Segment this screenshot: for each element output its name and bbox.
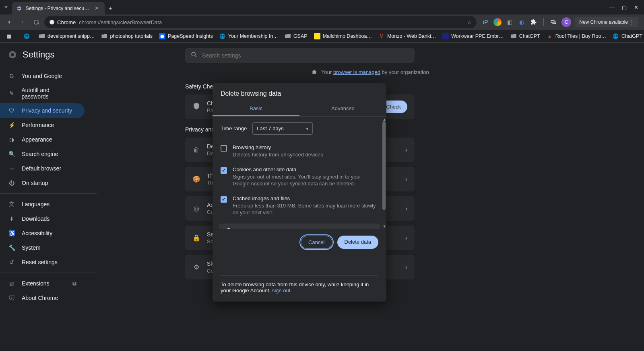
sign-out-link[interactable]: sign out <box>272 287 291 294</box>
browser-toolbar: Chrome chrome://settings/clearBrowserDat… <box>0 14 644 30</box>
globe-icon: 🌐 <box>219 33 226 39</box>
profile-avatar[interactable]: C <box>561 17 571 27</box>
option-description: Signs you out of most sites. You'll stay… <box>233 173 378 187</box>
bookmark-label: ChatGPT <box>519 33 540 39</box>
window-controls: — ▢ ✕ <box>604 0 644 14</box>
bookmark-label: development snipp… <box>47 33 95 39</box>
globe-icon: 🌐 <box>23 33 30 39</box>
google-account-notice: G Search history and other forms of acti… <box>219 224 380 229</box>
chevron-down-icon: ▼ <box>305 126 309 131</box>
bookmark-item[interactable]: Workwear PPE Embr… <box>440 31 506 41</box>
site-icon: ▲ <box>547 33 553 39</box>
bookmark-label: Monzo - Web Banki… <box>387 33 436 39</box>
folder-icon <box>285 33 291 39</box>
bookmark-item[interactable]: 🌐 <box>21 31 35 41</box>
search-history-link[interactable]: Search history <box>237 228 271 229</box>
bookmarks-bar: ▦ 🌐development snipp…photoshop tutorials… <box>0 30 644 43</box>
media-control-icon[interactable] <box>549 18 557 26</box>
checkbox[interactable] <box>221 167 227 174</box>
tab-title: Settings - Privacy and security <box>26 6 90 11</box>
dialog-footer: To delete browsing data from this device… <box>213 276 386 302</box>
tab-basic[interactable]: Basic <box>213 101 299 116</box>
bookmark-label: Workwear PPE Embr… <box>451 33 504 39</box>
ext-icon-2[interactable] <box>493 18 502 26</box>
mailchimp-icon <box>314 33 320 39</box>
checkbox[interactable] <box>221 145 227 152</box>
bookmark-item[interactable]: ⬤PageSpeed Insights <box>157 31 215 41</box>
bookmark-item[interactable]: ChatGPT <box>508 31 543 41</box>
scroll-down-icon[interactable]: ▼ <box>382 224 386 228</box>
bookmark-label: PageSpeed Insights <box>168 33 213 39</box>
titlebar: Settings - Privacy and security ✕ + — ▢ … <box>0 0 644 14</box>
bookmark-item[interactable]: photoshop tutorials <box>99 31 155 41</box>
apps-grid-icon[interactable]: ▦ <box>3 31 14 41</box>
update-chrome-button[interactable]: New Chrome available ⋮ <box>575 17 638 27</box>
delete-browsing-data-dialog: Delete browsing data Basic Advanced ▲ ▼ … <box>213 83 386 302</box>
reload-button[interactable] <box>31 16 42 28</box>
settings-page: Settings GYou and Google✎Autofill and pa… <box>0 43 644 351</box>
bookmark-item[interactable]: MMonzo - Web Banki… <box>376 31 438 41</box>
tab-advanced[interactable]: Advanced <box>299 101 386 116</box>
ext-icon-4[interactable]: ◐ <box>518 18 526 26</box>
window-close[interactable]: ✕ <box>634 4 638 10</box>
bookmark-item[interactable]: Mailchimp Dashboa… <box>312 31 374 41</box>
dialog-scroll-area: ▲ ▼ Time range Last 7 days ▼ Browsing hi… <box>213 117 386 229</box>
site-icon <box>442 33 449 39</box>
window-maximize[interactable]: ▢ <box>622 4 627 10</box>
bookmark-label: GSAP <box>293 33 308 39</box>
checkbox[interactable] <box>221 196 227 203</box>
clear-data-option: Cached images and filesFrees up less tha… <box>213 191 386 220</box>
scrollbar-thumb[interactable] <box>382 121 386 210</box>
dialog-actions: Cancel Delete data <box>213 229 386 255</box>
svg-rect-1 <box>551 21 554 23</box>
time-range-select[interactable]: Last 7 days ▼ <box>252 122 313 135</box>
clear-data-option: Cookies and other site dataSigns you out… <box>213 162 386 191</box>
clear-data-option: Browsing historyDeletes history from all… <box>213 140 386 162</box>
extension-icons: iP ◧ ◐ C New Chrome available ⋮ <box>479 17 641 27</box>
cancel-button[interactable]: Cancel <box>301 236 332 249</box>
bookmark-label: Roof Tiles | Buy Roo… <box>555 33 606 39</box>
window-minimize[interactable]: — <box>609 4 615 10</box>
new-tab-button[interactable]: + <box>105 2 116 14</box>
bookmark-item[interactable]: development snipp… <box>36 31 97 41</box>
tab-search-dropdown[interactable] <box>0 0 12 14</box>
option-description: Frees up less than 319 MB. Some sites ma… <box>233 202 378 216</box>
option-title: Cookies and other site data <box>233 166 378 172</box>
kebab-menu-icon: ⋮ <box>630 19 634 25</box>
forward-button[interactable] <box>17 16 28 28</box>
bookmark-star-icon[interactable]: ☆ <box>467 19 472 25</box>
bookmark-label: Mailchimp Dashboa… <box>323 33 372 39</box>
activity-link[interactable]: other forms of activity <box>283 228 332 229</box>
dialog-tabs: Basic Advanced <box>213 101 386 117</box>
svg-point-0 <box>50 20 54 25</box>
bookmark-item[interactable]: 🌐ChatGPT <box>610 31 644 41</box>
ext-icon-1[interactable]: iP <box>481 18 489 26</box>
browser-tab[interactable]: Settings - Privacy and security ✕ <box>12 2 105 14</box>
delete-data-button[interactable]: Delete data <box>337 236 379 249</box>
back-button[interactable] <box>3 16 14 28</box>
bookmark-label: photoshop tutorials <box>110 33 153 39</box>
bookmark-item[interactable]: 🌐Your Membership In… <box>217 31 281 41</box>
folder-icon <box>101 33 107 39</box>
scrollbar[interactable] <box>382 117 386 229</box>
pagespeed-icon: ⬤ <box>159 33 165 39</box>
ext-icon-3[interactable]: ◧ <box>506 18 514 26</box>
extensions-puzzle-icon[interactable] <box>530 18 538 26</box>
site-chip: Chrome <box>49 19 76 25</box>
time-range-row: Time range Last 7 days ▼ <box>213 117 386 140</box>
google-g-icon: G <box>225 228 233 229</box>
option-description: Deletes history from all synced devices <box>233 151 323 158</box>
folder-icon <box>39 33 45 39</box>
globe-icon: 🌐 <box>613 33 619 39</box>
bookmark-item[interactable]: ▲Roof Tiles | Buy Roo… <box>544 31 609 41</box>
settings-favicon-icon <box>16 5 23 12</box>
bookmark-item[interactable]: GSAP <box>282 31 310 41</box>
time-range-label: Time range <box>221 125 247 131</box>
url-text: chrome://settings/clearBrowserData <box>79 19 162 25</box>
monzo-icon: M <box>378 33 385 39</box>
address-bar[interactable]: Chrome chrome://settings/clearBrowserDat… <box>44 16 477 28</box>
tab-close-icon[interactable]: ✕ <box>93 5 101 11</box>
bookmark-label: Your Membership In… <box>228 33 278 39</box>
option-title: Browsing history <box>233 144 323 150</box>
dialog-title: Delete browsing data <box>213 83 386 101</box>
